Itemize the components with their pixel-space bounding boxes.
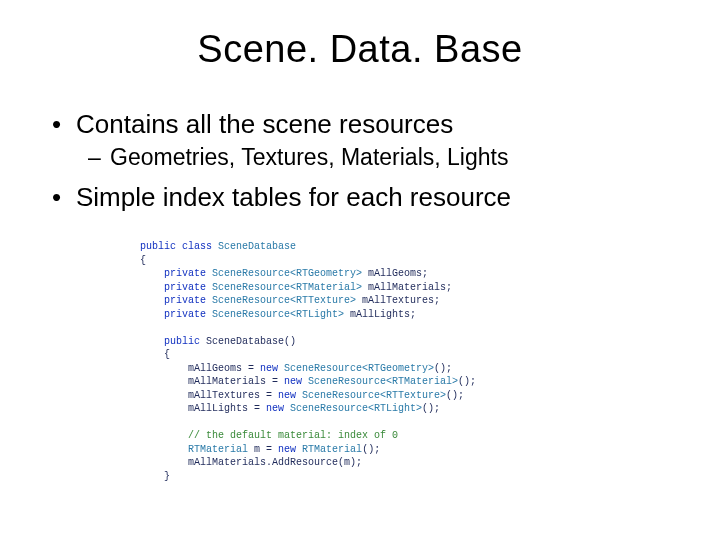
kw-private-2: private — [164, 282, 206, 293]
code-snippet: public class SceneDatabase { private Sce… — [140, 240, 580, 483]
ctor-tail-2: (); — [458, 376, 476, 387]
field-textures: mAllTextures; — [362, 295, 440, 306]
slide-title: Scene. Data. Base — [0, 28, 720, 71]
kw-private-1: private — [164, 268, 206, 279]
type-tex-2: SceneResource<RTTexture> — [302, 390, 446, 401]
type-light: SceneResource<RTLight> — [212, 309, 344, 320]
var-m: m = — [254, 444, 272, 455]
type-mat: SceneResource<RTMaterial> — [212, 282, 362, 293]
ctor-name: SceneDatabase() — [206, 336, 296, 347]
field-geoms: mAllGeoms; — [368, 268, 428, 279]
kw-private-3: private — [164, 295, 206, 306]
kw-public-2: public — [164, 336, 200, 347]
field-lights: mAllLights; — [350, 309, 416, 320]
type-rtmaterial: RTMaterial — [188, 444, 248, 455]
brace-open-1: { — [140, 255, 146, 266]
slide: Scene. Data. Base Contains all the scene… — [0, 0, 720, 540]
type-scenedatabase: SceneDatabase — [218, 241, 296, 252]
type-light-2: SceneResource<RTLight> — [290, 403, 422, 414]
bullet-1-sub-1: Geometries, Textures, Materials, Lights — [52, 143, 660, 172]
kw-class: class — [182, 241, 212, 252]
kw-new-4: new — [266, 403, 284, 414]
type-mat-2: SceneResource<RTMaterial> — [308, 376, 458, 387]
kw-new-3: new — [278, 390, 296, 401]
comment-default-mat: // the default material: index of 0 — [188, 430, 398, 441]
brace-open-2: { — [164, 349, 170, 360]
kw-new-2: new — [284, 376, 302, 387]
slide-body: Contains all the scene resources Geometr… — [52, 108, 660, 216]
ctor-tail-5: (); — [362, 444, 380, 455]
kw-public: public — [140, 241, 176, 252]
type-tex: SceneResource<RTTexture> — [212, 295, 356, 306]
kw-private-4: private — [164, 309, 206, 320]
type-geom-2: SceneResource<RTGeometry> — [284, 363, 434, 374]
bullet-1: Contains all the scene resources — [52, 108, 660, 141]
bullet-2: Simple index tables for each resource — [52, 181, 660, 214]
type-rtmaterial-2: RTMaterial — [302, 444, 362, 455]
brace-close-2: } — [164, 471, 170, 482]
type-geom: SceneResource<RTGeometry> — [212, 268, 362, 279]
field-materials: mAllMaterials; — [368, 282, 452, 293]
assign-geoms: mAllGeoms = — [188, 363, 254, 374]
ctor-tail-4: (); — [422, 403, 440, 414]
assign-mats: mAllMaterials = — [188, 376, 278, 387]
add-resource: mAllMaterials.AddResource(m); — [188, 457, 362, 468]
ctor-tail-1: (); — [434, 363, 452, 374]
assign-lights: mAllLights = — [188, 403, 260, 414]
kw-new-1: new — [260, 363, 278, 374]
kw-new-5: new — [278, 444, 296, 455]
assign-texs: mAllTextures = — [188, 390, 272, 401]
ctor-tail-3: (); — [446, 390, 464, 401]
